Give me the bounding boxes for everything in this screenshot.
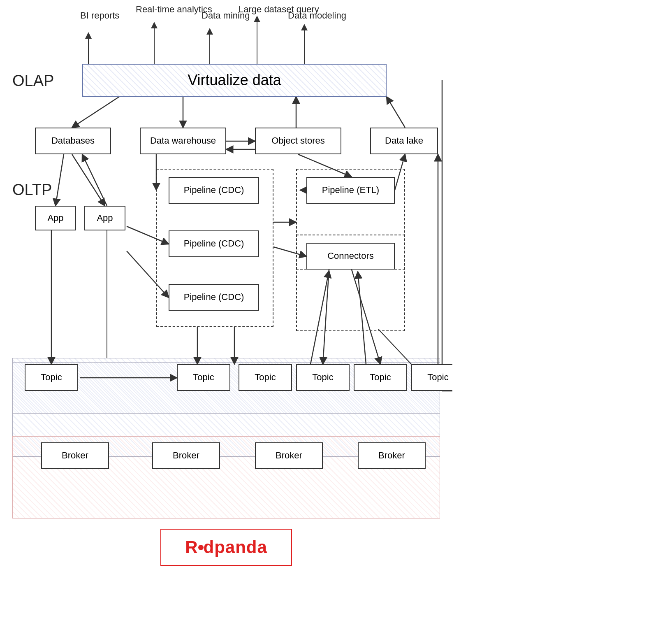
- pipeline-cdc-2-label: Pipeline (CDC): [184, 238, 244, 250]
- pipeline-cdc-3-label: Pipeline (CDC): [184, 291, 244, 303]
- broker-3-box: Broker: [255, 442, 323, 469]
- databases-label: Databases: [51, 135, 95, 147]
- virtualize-data-label: Virtualize data: [188, 72, 281, 89]
- svg-line-19: [72, 154, 105, 206]
- broker-1-label: Broker: [62, 450, 88, 462]
- topic-3-box: Topic: [239, 364, 292, 391]
- connectors-label: Connectors: [327, 250, 374, 262]
- data-warehouse-box: Data warehouse: [140, 128, 226, 154]
- redpanda-text: Rdpanda: [185, 537, 267, 557]
- pipeline-cdc-2-box: Pipeline (CDC): [169, 230, 259, 257]
- data-lake-label: Data lake: [385, 135, 423, 147]
- app-1-box: App: [35, 206, 76, 230]
- svg-line-21: [82, 154, 107, 206]
- broker-2-box: Broker: [152, 442, 220, 469]
- pipeline-cdc-1-box: Pipeline (CDC): [169, 177, 259, 204]
- svg-line-18: [56, 154, 64, 206]
- object-stores-label: Object stores: [271, 135, 325, 147]
- data-warehouse-label: Data warehouse: [150, 135, 216, 147]
- svg-line-22: [82, 154, 107, 206]
- topic-3-label: Topic: [255, 372, 276, 384]
- topic-6-box: Topic: [411, 364, 452, 391]
- topic-1-label: Topic: [41, 372, 62, 384]
- app-2-label: App: [97, 212, 113, 224]
- bi-reports-label: BI reports: [80, 10, 119, 21]
- topic-4-box: Topic: [296, 364, 350, 391]
- app-2-box: App: [84, 206, 125, 230]
- pipeline-cdc-3-box: Pipeline (CDC): [169, 284, 259, 311]
- pipeline-etl-box: Pipeline (ETL): [306, 177, 395, 204]
- topic-1-box: Topic: [25, 364, 78, 391]
- broker-1-box: Broker: [41, 442, 109, 469]
- broker-2-label: Broker: [173, 450, 199, 462]
- topic-4-label: Topic: [312, 372, 333, 384]
- olap-label: OLAP: [12, 72, 54, 90]
- object-stores-box: Object stores: [255, 128, 341, 154]
- topic-2-label: Topic: [193, 372, 214, 384]
- broker-4-label: Broker: [378, 450, 405, 462]
- connectors-box: Connectors: [306, 243, 395, 270]
- broker-3-label: Broker: [276, 450, 302, 462]
- broker-4-box: Broker: [358, 442, 426, 469]
- svg-line-10: [72, 97, 119, 128]
- databases-box: Databases: [35, 128, 111, 154]
- data-modeling-label: Data modeling: [288, 10, 346, 21]
- data-lake-box: Data lake: [370, 128, 438, 154]
- real-time-analytics-label: Real-time analytics: [136, 4, 212, 15]
- redpanda-logo: Rdpanda: [160, 529, 292, 566]
- topic-5-box: Topic: [354, 364, 407, 391]
- app-1-label: App: [47, 212, 63, 224]
- svg-line-15: [387, 97, 405, 128]
- pipeline-cdc-1-label: Pipeline (CDC): [184, 184, 244, 196]
- topic-5-label: Topic: [370, 372, 391, 384]
- virtualize-data-box: Virtualize data: [82, 64, 387, 97]
- oltp-label: OLTP: [12, 181, 52, 199]
- diagram-container: BI reports Real-time analytics Data mini…: [0, 0, 452, 644]
- topic-2-box: Topic: [177, 364, 230, 391]
- pipeline-etl-label: Pipeline (ETL): [322, 184, 379, 196]
- topic-6-label: Topic: [427, 372, 448, 384]
